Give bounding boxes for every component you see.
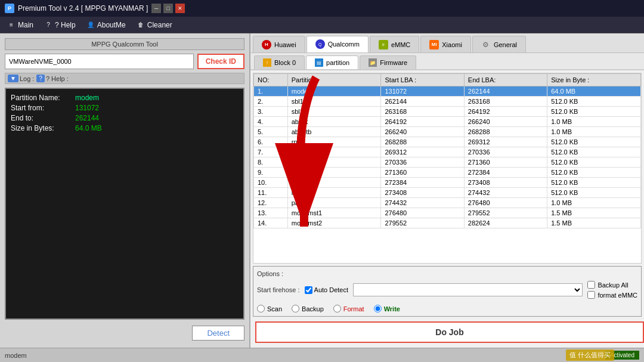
cell-no: 11. bbox=[254, 188, 288, 198]
radio-row: Scan Backup Format Write bbox=[257, 305, 400, 313]
table-row[interactable]: 14. modemst2 279552 282624 1.5 MB bbox=[254, 218, 641, 228]
menu-main[interactable]: ≡ Main bbox=[2, 19, 38, 31]
table-row[interactable]: 5. abootb 266240 268288 1.0 MB bbox=[254, 127, 641, 137]
help-log-icon: ? bbox=[36, 75, 45, 82]
cell-size: 1.5 MB bbox=[547, 218, 641, 228]
maximize-button[interactable]: □ bbox=[163, 4, 173, 13]
tab-emmc[interactable]: e eMMC bbox=[370, 36, 419, 52]
sub-tab-block0[interactable]: ↑ Block 0 bbox=[254, 55, 305, 69]
table-row[interactable]: 2. sbl1 262144 263168 512.0 KB bbox=[254, 97, 641, 107]
table-row[interactable]: 10. hyp 272384 273408 512.0 KB bbox=[254, 178, 641, 188]
size-label: Size in Bytes: bbox=[11, 124, 70, 132]
help-icon: ? bbox=[44, 21, 52, 29]
bottom-status-text: modem bbox=[5, 352, 27, 359]
auto-detect-checkbox[interactable] bbox=[305, 286, 312, 294]
right-panel-inner: H Huawei Q Qualcomm e eMMC Mi Xiaomi ⚙ bbox=[250, 33, 644, 348]
auto-detect-text: Auto Detect bbox=[314, 286, 348, 293]
size-value: 64.0 MB bbox=[75, 124, 102, 132]
cell-end: 268288 bbox=[464, 127, 547, 137]
auto-detect-label[interactable]: Auto Detect bbox=[305, 286, 348, 294]
do-job-button[interactable]: Do Job bbox=[255, 321, 644, 343]
tab-xiaomi[interactable]: Mi Xiaomi bbox=[420, 36, 471, 52]
cell-partition: sbl1b bbox=[287, 107, 381, 117]
tab-huawei[interactable]: H Huawei bbox=[253, 36, 305, 52]
backup-radio-label[interactable]: Backup bbox=[292, 305, 324, 313]
top-tabs: H Huawei Q Qualcomm e eMMC Mi Xiaomi ⚙ bbox=[250, 33, 644, 53]
cell-start: 272384 bbox=[381, 178, 464, 188]
table-row[interactable]: 11. hypbak 273408 274432 512.0 KB bbox=[254, 188, 641, 198]
table-row[interactable]: 1. modem 131072 262144 64.0 MB bbox=[254, 86, 641, 97]
header-no: NO: bbox=[254, 74, 288, 86]
backup-all-checkbox[interactable] bbox=[587, 281, 595, 289]
options-lower: Scan Backup Format Write bbox=[257, 302, 637, 313]
scan-radio[interactable] bbox=[257, 305, 265, 313]
table-scroll[interactable]: NO: Partition Start LBA : End LBA: Size … bbox=[253, 73, 641, 228]
header-partition: Partition bbox=[287, 74, 381, 86]
cell-size: 512.0 KB bbox=[547, 97, 641, 107]
close-button[interactable]: ✕ bbox=[175, 4, 185, 13]
log-button[interactable]: ▼ Log : bbox=[8, 75, 34, 82]
cell-no: 3. bbox=[254, 107, 288, 117]
cell-partition: modemst1 bbox=[287, 208, 381, 218]
table-row[interactable]: 8. tz 270336 271360 512.0 KB bbox=[254, 157, 641, 168]
qualcomm-icon: Q bbox=[315, 39, 325, 49]
backup-all-label[interactable]: Backup All bbox=[587, 281, 637, 289]
format-emmc-label[interactable]: format eMMC bbox=[587, 291, 637, 299]
xiaomi-icon: Mi bbox=[429, 40, 439, 49]
cell-no: 12. bbox=[254, 198, 288, 208]
format-emmc-checkbox[interactable] bbox=[587, 291, 595, 299]
table-row[interactable]: 7. rpmbak 269312 270336 512.0 KB bbox=[254, 147, 641, 157]
cell-start: 266240 bbox=[381, 127, 464, 137]
cell-end: 263168 bbox=[464, 97, 547, 107]
partition-name-row: Partition Name: modem bbox=[11, 94, 239, 102]
device-input[interactable] bbox=[5, 54, 194, 69]
sub-tab-firmware[interactable]: 📁 Firmware bbox=[360, 55, 416, 69]
gear-icon: ⚙ bbox=[481, 40, 491, 49]
table-row[interactable]: 9. tzbak 271360 272384 512.0 KB bbox=[254, 168, 641, 178]
help-log-button[interactable]: ? ? Help : bbox=[36, 75, 68, 82]
format-radio[interactable] bbox=[333, 305, 341, 313]
cell-partition: rpmbak bbox=[287, 147, 381, 157]
main-icon: ≡ bbox=[7, 21, 16, 29]
do-job-container: Do Job bbox=[250, 319, 644, 348]
table-row[interactable]: 3. sbl1b 263168 264192 512.0 KB bbox=[254, 107, 641, 117]
partition-tbody: 1. modem 131072 262144 64.0 MB 2. sbl1 2… bbox=[254, 86, 641, 229]
detect-button[interactable]: Detect bbox=[192, 326, 244, 341]
firehose-select[interactable] bbox=[353, 283, 583, 296]
tab-general[interactable]: ⚙ General bbox=[472, 36, 526, 52]
end-to-row: End to: 262144 bbox=[11, 114, 239, 122]
backup-radio[interactable] bbox=[292, 305, 299, 313]
menu-cleaner[interactable]: 🗑 Cleaner bbox=[132, 19, 177, 31]
scan-radio-label[interactable]: Scan bbox=[257, 305, 282, 313]
end-to-label: End to: bbox=[11, 114, 70, 122]
write-radio-label[interactable]: Write bbox=[374, 305, 400, 313]
check-id-button[interactable]: Check ID bbox=[197, 54, 244, 69]
cell-end: 262144 bbox=[464, 86, 547, 97]
table-row[interactable]: 4. aboot 264192 266240 1.0 MB bbox=[254, 117, 641, 127]
cell-end: 269312 bbox=[464, 137, 547, 147]
menu-help[interactable]: ? ? Help bbox=[39, 19, 80, 31]
table-row[interactable]: 6. rpm 268288 269312 512.0 KB bbox=[254, 137, 641, 147]
cell-no: 15. bbox=[254, 228, 288, 229]
cell-end: 264192 bbox=[464, 107, 547, 117]
cell-start: 273408 bbox=[381, 188, 464, 198]
app-title: Premium Tool v 2.4 [ MPPG MYANMAR ] bbox=[18, 4, 148, 13]
menu-aboutme[interactable]: 👤 AboutMe bbox=[82, 19, 131, 31]
cell-partition: misc bbox=[287, 228, 381, 229]
options-section: Options : Start firehose : Auto Detect B… bbox=[253, 266, 642, 317]
cell-partition: aboot bbox=[287, 117, 381, 127]
sub-tab-partition[interactable]: ▤ partition bbox=[306, 55, 358, 69]
header-start: Start LBA : bbox=[381, 74, 464, 86]
detect-container: Detect bbox=[5, 323, 244, 343]
cell-no: 14. bbox=[254, 218, 288, 228]
format-radio-label[interactable]: Format bbox=[333, 305, 364, 313]
table-row[interactable]: 15. misc 282624 284672 1.0 MB bbox=[254, 228, 641, 229]
write-radio[interactable] bbox=[374, 305, 382, 313]
app-icon: P bbox=[5, 4, 14, 13]
input-row: Check ID bbox=[5, 54, 244, 69]
cell-size: 512.0 KB bbox=[547, 137, 641, 147]
tab-qualcomm[interactable]: Q Qualcomm bbox=[306, 36, 369, 52]
minimize-button[interactable]: ─ bbox=[151, 4, 161, 13]
table-row[interactable]: 13. modemst1 276480 279552 1.5 MB bbox=[254, 208, 641, 218]
table-row[interactable]: 12. pad 274432 276480 1.0 MB bbox=[254, 198, 641, 208]
